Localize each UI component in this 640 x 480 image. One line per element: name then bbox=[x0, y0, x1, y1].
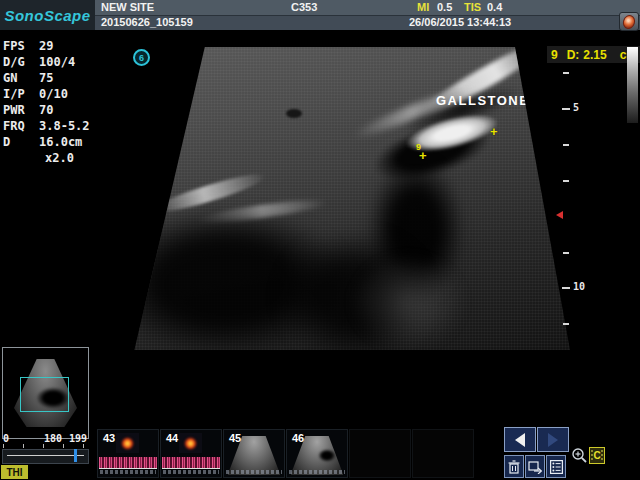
mi-label: MI bbox=[417, 1, 429, 13]
slider-handle[interactable] bbox=[74, 449, 77, 462]
ruler-tick bbox=[563, 252, 569, 254]
thumb-text-strip bbox=[163, 470, 219, 474]
dark-spot bbox=[286, 109, 302, 118]
tis-value: 0.4 bbox=[487, 1, 502, 13]
color-doppler-box bbox=[116, 433, 139, 454]
graymap-tick-180: 180 bbox=[44, 433, 62, 444]
param-frq: FRQ3.8-5.2 bbox=[3, 118, 123, 134]
spectral-baseline bbox=[99, 468, 157, 469]
caliper-marker-b[interactable]: + bbox=[490, 127, 498, 137]
cine-letter: C bbox=[593, 450, 600, 461]
exam-id: 20150626_105159 bbox=[101, 16, 193, 28]
empty-thumbnail-slot bbox=[349, 429, 411, 478]
orientation-marker: 6 bbox=[133, 49, 150, 66]
list-icon bbox=[550, 460, 563, 474]
focal-zone-marker[interactable] bbox=[556, 211, 563, 219]
datetime: 26/06/2015 13:44:13 bbox=[409, 16, 511, 28]
spectral-baseline bbox=[162, 468, 220, 469]
thumb-text-strip bbox=[226, 470, 282, 474]
ultrasound-screen: { "header": { "logo": "SonoScape", "site… bbox=[0, 0, 640, 480]
clip-number: 43 bbox=[103, 432, 115, 444]
grayscale-bar bbox=[627, 47, 638, 123]
ruler-tick bbox=[563, 144, 569, 146]
bmode-dark-structure bbox=[318, 449, 336, 462]
patient-name: NEW SITE bbox=[101, 1, 154, 13]
measurement-label: D: bbox=[567, 48, 580, 62]
doppler-colorbar bbox=[214, 433, 219, 454]
param-fps: FPS29 bbox=[3, 38, 123, 54]
clip-number: 45 bbox=[229, 432, 241, 444]
mi-value: 0.5 bbox=[437, 1, 452, 13]
next-page-button[interactable] bbox=[537, 427, 569, 452]
graymap-slider[interactable] bbox=[2, 449, 89, 464]
send-clip-button[interactable] bbox=[525, 455, 545, 478]
zoom-tool-button[interactable] bbox=[571, 447, 588, 464]
logo-area: SonoScape bbox=[0, 0, 95, 30]
empty-thumbnail-slot bbox=[412, 429, 474, 478]
param-ip: I/P0/10 bbox=[3, 86, 123, 102]
annotation-text: GALLSTONE bbox=[436, 93, 529, 108]
clip-number: 46 bbox=[292, 432, 304, 444]
slider-track-line bbox=[7, 455, 84, 456]
param-depth: D16.0cm bbox=[3, 134, 123, 150]
ruler-tick-major bbox=[562, 108, 570, 110]
caliper-marker-a[interactable]: + bbox=[419, 151, 427, 161]
color-doppler-box bbox=[179, 433, 202, 454]
param-dg: D/G100/4 bbox=[3, 54, 123, 70]
clip-thumbnail-43[interactable]: 43 bbox=[97, 429, 159, 478]
zoom-roi-box[interactable] bbox=[20, 377, 69, 412]
help-icon[interactable] bbox=[619, 12, 639, 31]
sonoscape-logo: SonoScape bbox=[4, 7, 90, 24]
arrow-right-icon bbox=[548, 433, 558, 447]
tis-label: TIS bbox=[464, 1, 481, 13]
trash-icon bbox=[508, 460, 520, 474]
ruler-tick bbox=[563, 180, 569, 182]
zoom-overview-thumbnail[interactable] bbox=[2, 347, 89, 439]
clip-thumbnail-45[interactable]: 45 bbox=[223, 429, 285, 478]
spectral-trace bbox=[99, 457, 157, 468]
clip-thumbnail-44[interactable]: 44 bbox=[160, 429, 222, 478]
header-bar-top: NEW SITE C353 MI 0.5 TIS 0.4 bbox=[95, 0, 640, 16]
graymap-tick-199: 199 bbox=[69, 433, 87, 444]
thi-status-badge: THI bbox=[1, 465, 28, 479]
param-zoom: x2.0 bbox=[3, 150, 123, 166]
header-bar-bottom: 20150626_105159 26/06/2015 13:44:13 bbox=[95, 16, 640, 30]
measurement-index: 9 bbox=[551, 48, 558, 62]
doppler-colorbar bbox=[151, 433, 156, 454]
swirl-glyph bbox=[621, 13, 637, 30]
spectral-trace bbox=[162, 457, 220, 468]
light-region-bottom bbox=[348, 252, 468, 352]
ruler-label-10: 10 bbox=[573, 281, 585, 292]
ruler-tick bbox=[563, 72, 569, 74]
thumb-text-strip bbox=[289, 470, 345, 474]
cine-mode-button[interactable]: C bbox=[589, 447, 605, 464]
param-pwr: PWR70 bbox=[3, 102, 123, 118]
ruler-tick bbox=[563, 323, 569, 325]
ultrasound-image: GALLSTONE + 9 + bbox=[130, 47, 570, 350]
probe-model: C353 bbox=[291, 1, 317, 13]
clip-number: 44 bbox=[166, 432, 178, 444]
measurement-value: 2.15 bbox=[583, 48, 606, 62]
thumb-text-strip bbox=[100, 470, 156, 474]
graymap-ruler bbox=[3, 444, 87, 448]
ruler-tick-major bbox=[562, 287, 570, 289]
prev-page-button[interactable] bbox=[504, 427, 536, 452]
clip-thumbnail-46[interactable]: 46 bbox=[286, 429, 348, 478]
doppler-flame bbox=[121, 437, 135, 450]
graymap-tick-0: 0 bbox=[3, 433, 9, 444]
imaging-parameters: FPS29 D/G100/4 GN75 I/P0/10 PWR70 FRQ3.8… bbox=[3, 38, 123, 166]
clip-list-button[interactable] bbox=[546, 455, 566, 478]
delete-clip-button[interactable] bbox=[504, 455, 524, 478]
param-gn: GN75 bbox=[3, 70, 123, 86]
export-icon bbox=[528, 460, 542, 474]
magnifier-plus-icon bbox=[571, 447, 588, 464]
ruler-label-5: 5 bbox=[573, 102, 579, 113]
doppler-flame bbox=[184, 437, 198, 450]
arrow-left-icon bbox=[515, 433, 525, 447]
